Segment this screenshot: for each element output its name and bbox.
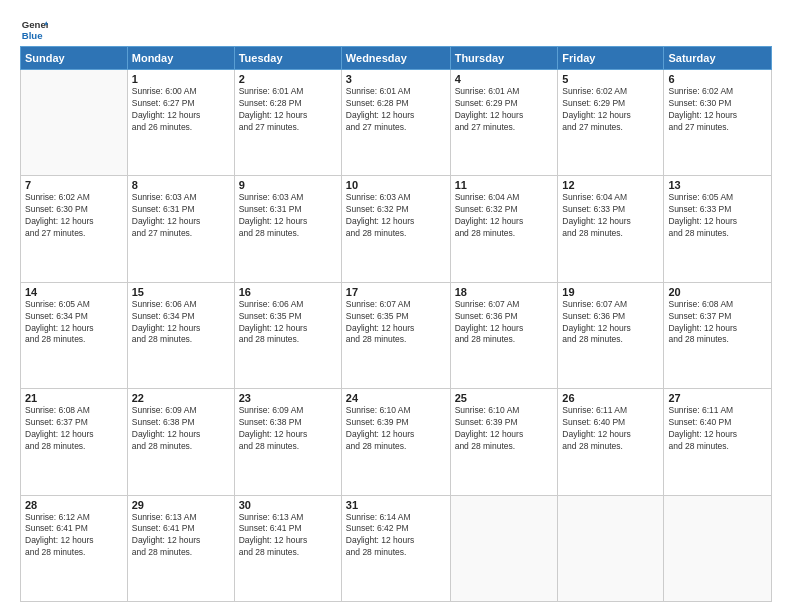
day-number: 7 [25,179,123,191]
day-info: Sunrise: 6:06 AM Sunset: 6:35 PM Dayligh… [239,299,337,347]
calendar-cell: 29Sunrise: 6:13 AM Sunset: 6:41 PM Dayli… [127,495,234,601]
calendar-cell: 1Sunrise: 6:00 AM Sunset: 6:27 PM Daylig… [127,70,234,176]
calendar-cell [450,495,558,601]
calendar-cell: 24Sunrise: 6:10 AM Sunset: 6:39 PM Dayli… [341,389,450,495]
day-number: 30 [239,499,337,511]
day-number: 28 [25,499,123,511]
calendar-header-row: SundayMondayTuesdayWednesdayThursdayFrid… [21,47,772,70]
calendar-cell: 18Sunrise: 6:07 AM Sunset: 6:36 PM Dayli… [450,282,558,388]
calendar-cell: 25Sunrise: 6:10 AM Sunset: 6:39 PM Dayli… [450,389,558,495]
calendar-cell: 11Sunrise: 6:04 AM Sunset: 6:32 PM Dayli… [450,176,558,282]
day-number: 3 [346,73,446,85]
day-number: 26 [562,392,659,404]
day-info: Sunrise: 6:10 AM Sunset: 6:39 PM Dayligh… [455,405,554,453]
day-info: Sunrise: 6:05 AM Sunset: 6:34 PM Dayligh… [25,299,123,347]
day-number: 17 [346,286,446,298]
calendar-cell: 26Sunrise: 6:11 AM Sunset: 6:40 PM Dayli… [558,389,664,495]
day-info: Sunrise: 6:10 AM Sunset: 6:39 PM Dayligh… [346,405,446,453]
calendar-week-row: 14Sunrise: 6:05 AM Sunset: 6:34 PM Dayli… [21,282,772,388]
day-info: Sunrise: 6:07 AM Sunset: 6:36 PM Dayligh… [455,299,554,347]
day-info: Sunrise: 6:07 AM Sunset: 6:35 PM Dayligh… [346,299,446,347]
day-number: 24 [346,392,446,404]
day-info: Sunrise: 6:01 AM Sunset: 6:28 PM Dayligh… [239,86,337,134]
calendar-week-row: 21Sunrise: 6:08 AM Sunset: 6:37 PM Dayli… [21,389,772,495]
day-number: 29 [132,499,230,511]
calendar-cell: 30Sunrise: 6:13 AM Sunset: 6:41 PM Dayli… [234,495,341,601]
calendar-cell: 14Sunrise: 6:05 AM Sunset: 6:34 PM Dayli… [21,282,128,388]
day-info: Sunrise: 6:07 AM Sunset: 6:36 PM Dayligh… [562,299,659,347]
day-info: Sunrise: 6:05 AM Sunset: 6:33 PM Dayligh… [668,192,767,240]
calendar-cell: 27Sunrise: 6:11 AM Sunset: 6:40 PM Dayli… [664,389,772,495]
calendar-cell: 9Sunrise: 6:03 AM Sunset: 6:31 PM Daylig… [234,176,341,282]
svg-text:Blue: Blue [22,30,43,41]
day-number: 8 [132,179,230,191]
day-number: 4 [455,73,554,85]
day-number: 10 [346,179,446,191]
day-info: Sunrise: 6:03 AM Sunset: 6:32 PM Dayligh… [346,192,446,240]
day-info: Sunrise: 6:04 AM Sunset: 6:33 PM Dayligh… [562,192,659,240]
day-number: 16 [239,286,337,298]
calendar-cell: 12Sunrise: 6:04 AM Sunset: 6:33 PM Dayli… [558,176,664,282]
calendar-cell [558,495,664,601]
calendar-cell: 7Sunrise: 6:02 AM Sunset: 6:30 PM Daylig… [21,176,128,282]
header: General Blue [20,16,772,44]
page: General Blue SundayMondayTuesdayWednesda… [0,0,792,612]
calendar-header-saturday: Saturday [664,47,772,70]
day-info: Sunrise: 6:08 AM Sunset: 6:37 PM Dayligh… [25,405,123,453]
svg-text:General: General [22,19,48,30]
calendar-cell: 20Sunrise: 6:08 AM Sunset: 6:37 PM Dayli… [664,282,772,388]
calendar-cell: 10Sunrise: 6:03 AM Sunset: 6:32 PM Dayli… [341,176,450,282]
day-number: 11 [455,179,554,191]
day-info: Sunrise: 6:08 AM Sunset: 6:37 PM Dayligh… [668,299,767,347]
calendar-header-wednesday: Wednesday [341,47,450,70]
calendar-cell: 31Sunrise: 6:14 AM Sunset: 6:42 PM Dayli… [341,495,450,601]
logo-icon: General Blue [20,16,48,44]
calendar-cell: 17Sunrise: 6:07 AM Sunset: 6:35 PM Dayli… [341,282,450,388]
calendar-header-tuesday: Tuesday [234,47,341,70]
day-info: Sunrise: 6:09 AM Sunset: 6:38 PM Dayligh… [132,405,230,453]
calendar-cell: 28Sunrise: 6:12 AM Sunset: 6:41 PM Dayli… [21,495,128,601]
day-number: 19 [562,286,659,298]
day-number: 6 [668,73,767,85]
day-number: 5 [562,73,659,85]
calendar-header-monday: Monday [127,47,234,70]
day-info: Sunrise: 6:02 AM Sunset: 6:30 PM Dayligh… [25,192,123,240]
day-number: 25 [455,392,554,404]
calendar-cell: 4Sunrise: 6:01 AM Sunset: 6:29 PM Daylig… [450,70,558,176]
day-info: Sunrise: 6:09 AM Sunset: 6:38 PM Dayligh… [239,405,337,453]
day-info: Sunrise: 6:01 AM Sunset: 6:28 PM Dayligh… [346,86,446,134]
day-info: Sunrise: 6:03 AM Sunset: 6:31 PM Dayligh… [132,192,230,240]
day-info: Sunrise: 6:12 AM Sunset: 6:41 PM Dayligh… [25,512,123,560]
day-number: 22 [132,392,230,404]
calendar-cell: 19Sunrise: 6:07 AM Sunset: 6:36 PM Dayli… [558,282,664,388]
day-info: Sunrise: 6:13 AM Sunset: 6:41 PM Dayligh… [132,512,230,560]
calendar-table: SundayMondayTuesdayWednesdayThursdayFrid… [20,46,772,602]
day-number: 14 [25,286,123,298]
calendar-header-sunday: Sunday [21,47,128,70]
day-number: 20 [668,286,767,298]
day-info: Sunrise: 6:04 AM Sunset: 6:32 PM Dayligh… [455,192,554,240]
calendar-week-row: 1Sunrise: 6:00 AM Sunset: 6:27 PM Daylig… [21,70,772,176]
calendar-cell [664,495,772,601]
day-info: Sunrise: 6:02 AM Sunset: 6:30 PM Dayligh… [668,86,767,134]
day-number: 23 [239,392,337,404]
day-info: Sunrise: 6:03 AM Sunset: 6:31 PM Dayligh… [239,192,337,240]
calendar-cell: 21Sunrise: 6:08 AM Sunset: 6:37 PM Dayli… [21,389,128,495]
day-number: 27 [668,392,767,404]
day-number: 9 [239,179,337,191]
calendar-week-row: 7Sunrise: 6:02 AM Sunset: 6:30 PM Daylig… [21,176,772,282]
day-info: Sunrise: 6:14 AM Sunset: 6:42 PM Dayligh… [346,512,446,560]
day-number: 21 [25,392,123,404]
day-number: 31 [346,499,446,511]
calendar-cell: 2Sunrise: 6:01 AM Sunset: 6:28 PM Daylig… [234,70,341,176]
day-number: 18 [455,286,554,298]
day-info: Sunrise: 6:11 AM Sunset: 6:40 PM Dayligh… [668,405,767,453]
day-info: Sunrise: 6:06 AM Sunset: 6:34 PM Dayligh… [132,299,230,347]
logo: General Blue [20,16,52,44]
calendar-cell: 8Sunrise: 6:03 AM Sunset: 6:31 PM Daylig… [127,176,234,282]
day-number: 2 [239,73,337,85]
calendar-cell: 13Sunrise: 6:05 AM Sunset: 6:33 PM Dayli… [664,176,772,282]
day-info: Sunrise: 6:00 AM Sunset: 6:27 PM Dayligh… [132,86,230,134]
calendar-header-friday: Friday [558,47,664,70]
day-number: 13 [668,179,767,191]
